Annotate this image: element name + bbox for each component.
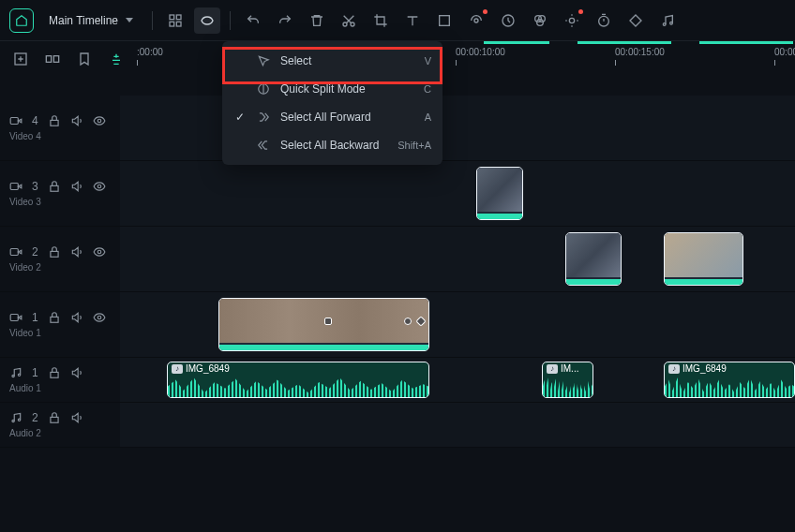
track-lane[interactable] xyxy=(120,96,795,160)
audio-button[interactable] xyxy=(654,7,681,34)
dropdown-item-select[interactable]: Select V xyxy=(222,47,442,75)
eye-icon[interactable] xyxy=(93,114,106,127)
track-label: Audio 1 xyxy=(9,383,111,393)
video-icon xyxy=(9,311,22,324)
track-header: 2 Video 2 xyxy=(0,227,120,291)
select-mode-dropdown: Select V Quick Split Mode C ✓ Select All… xyxy=(222,41,442,165)
delete-button[interactable] xyxy=(304,7,330,34)
svg-point-15 xyxy=(670,22,673,24)
track-lane[interactable]: Test... Test Video xyxy=(120,227,795,291)
track-number: 1 xyxy=(32,366,38,379)
audio-clip[interactable]: ♪IMG_6849 xyxy=(167,362,429,398)
ruler-tick: 00:00:15:00 xyxy=(615,47,665,57)
divider xyxy=(152,11,153,30)
effects-button[interactable] xyxy=(463,7,489,34)
svg-rect-2 xyxy=(170,22,174,26)
dropdown-label: Select All Backward xyxy=(280,139,388,152)
undo-button[interactable] xyxy=(240,7,266,34)
track-lane[interactable]: Tes... xyxy=(120,161,795,226)
track-number: 2 xyxy=(32,411,38,424)
select-tool-button[interactable] xyxy=(194,7,220,34)
track-header: 4 Video 4 xyxy=(0,96,120,160)
grid-icon[interactable] xyxy=(162,7,188,34)
dropdown-item-select-forward[interactable]: ✓ Select All Forward A xyxy=(222,103,442,131)
track-label: Video 1 xyxy=(9,328,111,338)
track-header: 1 Video 1 xyxy=(0,292,120,357)
svg-rect-29 xyxy=(51,317,58,322)
link-button[interactable] xyxy=(41,48,64,70)
dropdown-label: Select xyxy=(280,54,415,67)
top-toolbar: Main Timeline xyxy=(0,0,795,41)
dropdown-item-select-backward[interactable]: Select All Backward Shift+A xyxy=(222,131,442,159)
dropdown-item-quick-split[interactable]: Quick Split Mode C xyxy=(222,75,442,103)
eye-icon[interactable] xyxy=(93,311,106,324)
home-button[interactable] xyxy=(9,8,34,33)
cut-button[interactable] xyxy=(336,7,362,34)
svg-point-13 xyxy=(599,16,609,26)
video-clip[interactable]: Test Video xyxy=(218,298,429,351)
lock-icon[interactable] xyxy=(48,114,61,127)
redo-button[interactable] xyxy=(272,7,298,34)
text-button[interactable] xyxy=(399,7,426,34)
timeline-label: Main Timeline xyxy=(49,14,118,27)
lock-icon[interactable] xyxy=(48,366,61,379)
svg-point-7 xyxy=(474,19,478,22)
adjust-button[interactable] xyxy=(559,7,585,34)
video-clip[interactable]: Tes... xyxy=(476,167,523,220)
lock-icon[interactable] xyxy=(48,180,61,193)
mute-icon[interactable] xyxy=(70,180,83,193)
eye-icon[interactable] xyxy=(93,245,106,259)
mute-icon[interactable] xyxy=(70,114,83,127)
svg-rect-0 xyxy=(170,15,174,20)
audio-clip[interactable]: ♪IMG_6849 xyxy=(664,362,795,398)
mute-icon[interactable] xyxy=(70,411,83,424)
svg-point-11 xyxy=(537,19,544,25)
lock-icon[interactable] xyxy=(48,245,61,259)
dropdown-shortcut: C xyxy=(424,83,431,95)
svg-point-31 xyxy=(12,375,14,377)
timeline-dropdown[interactable]: Main Timeline xyxy=(39,10,142,31)
svg-rect-33 xyxy=(51,372,58,377)
audio-clip[interactable]: ♪IM... xyxy=(542,362,593,398)
add-track-button[interactable] xyxy=(9,48,32,70)
track-audio-1: 1 Audio 1 ♪IMG_6849 ♪IM... ♪IMG_6849 xyxy=(0,358,795,403)
keyframe-button[interactable] xyxy=(622,7,649,34)
frame-button[interactable] xyxy=(431,7,458,34)
track-number: 4 xyxy=(32,114,38,127)
track-video-3: 3 Video 3 Tes... xyxy=(0,161,795,227)
svg-rect-26 xyxy=(51,251,58,257)
mute-icon[interactable] xyxy=(70,311,83,324)
track-header: 3 Video 3 xyxy=(0,161,120,226)
track-lane[interactable] xyxy=(120,403,795,447)
magnet-button[interactable] xyxy=(105,48,128,70)
eye-icon[interactable] xyxy=(93,180,106,193)
speed-button[interactable] xyxy=(495,7,521,34)
video-clip[interactable]: Test... xyxy=(565,232,622,286)
scrub-zone xyxy=(484,41,549,44)
clip-title: IM... xyxy=(561,363,578,374)
track-label: Video 4 xyxy=(9,131,111,141)
mute-icon[interactable] xyxy=(70,366,83,379)
lock-icon[interactable] xyxy=(48,311,61,324)
video-clip[interactable]: Test Video xyxy=(664,232,743,286)
mute-icon[interactable] xyxy=(70,245,83,259)
forward-icon xyxy=(256,111,271,124)
svg-rect-20 xyxy=(51,120,58,126)
track-label: Audio 2 xyxy=(9,428,111,438)
check-icon: ✓ xyxy=(233,111,247,124)
dropdown-label: Quick Split Mode xyxy=(280,82,414,96)
crop-button[interactable] xyxy=(368,7,394,34)
marker-button[interactable] xyxy=(73,48,96,70)
timer-button[interactable] xyxy=(591,7,617,34)
svg-point-14 xyxy=(663,22,666,25)
lock-icon[interactable] xyxy=(48,411,61,424)
dropdown-shortcut: V xyxy=(425,55,431,66)
track-audio-2: 2 Audio 2 xyxy=(0,403,795,448)
color-button[interactable] xyxy=(527,7,553,34)
scrub-zone xyxy=(578,41,671,44)
track-lane[interactable]: Test Video xyxy=(120,292,795,357)
split-icon xyxy=(256,82,271,96)
scrub-zone xyxy=(699,41,793,44)
track-lane[interactable]: ♪IMG_6849 ♪IM... ♪IMG_6849 xyxy=(120,358,795,402)
track-number: 1 xyxy=(32,311,38,324)
